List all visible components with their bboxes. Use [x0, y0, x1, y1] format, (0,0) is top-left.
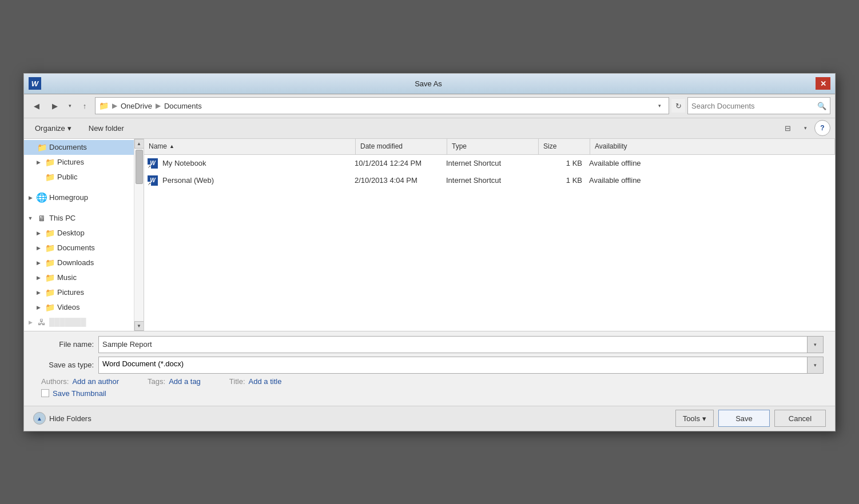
organize-label: Organize	[35, 124, 65, 133]
folder-icon-documents: 📁	[37, 143, 47, 151]
sidebar-item-desktop[interactable]: ▶ 📁 Desktop	[24, 226, 134, 241]
sidebar-item-documents[interactable]: 📁 Documents	[24, 140, 134, 155]
file-icon-mynotebook: W ↗	[146, 157, 159, 170]
expand-icon-desktop: ▶	[34, 229, 42, 237]
forward-button[interactable]: ▶	[47, 98, 63, 114]
sidebar-label-network: ███████	[49, 318, 86, 326]
shortcut-arrow-personalweb: ↗	[148, 182, 151, 186]
save-button[interactable]: Save	[718, 410, 770, 427]
file-list-header: Name ▲ Date modified Type Size Availabil…	[144, 139, 835, 155]
filename-input-wrapper: ▾	[98, 336, 824, 353]
search-button[interactable]: 🔍	[814, 98, 830, 114]
col-header-date[interactable]: Date modified	[356, 139, 447, 154]
scrollbar-thumb[interactable]	[136, 150, 143, 184]
folder-icon-documents2: 📁	[45, 244, 55, 252]
scrollbar-up-btn[interactable]: ▲	[134, 139, 144, 149]
title-link[interactable]: Add a title	[249, 377, 282, 386]
scrollbar-down-btn[interactable]: ▼	[134, 321, 144, 331]
col-avail-label: Availability	[595, 142, 627, 150]
shortcut-arrow-mynotebook: ↗	[148, 165, 151, 169]
address-bar: 📁 ▶ OneDrive ▶ Documents ▾	[95, 97, 669, 114]
organize-button[interactable]: Organize ▾	[29, 120, 78, 136]
address-onedrive: OneDrive	[121, 102, 152, 110]
footer-right: Tools ▾ Save Cancel	[675, 410, 826, 427]
title-label: Title:	[229, 377, 245, 386]
help-button[interactable]: ?	[814, 120, 830, 136]
save-thumbnail-label[interactable]: Save Thumbnail	[53, 389, 106, 398]
meta-row: Authors: Add an author Tags: Add a tag T…	[35, 377, 824, 386]
sidebar-item-pictures[interactable]: ▶ 📁 Pictures	[24, 155, 134, 170]
file-list: Name ▲ Date modified Type Size Availabil…	[144, 139, 835, 331]
col-size-label: Size	[543, 142, 556, 150]
nav-dropdown-button[interactable]: ▾	[65, 98, 74, 114]
tools-button[interactable]: Tools ▾	[675, 410, 714, 427]
col-header-avail[interactable]: Availability	[590, 139, 835, 154]
col-header-name[interactable]: Name ▲	[144, 139, 356, 154]
sidebar-item-music[interactable]: ▶ 📁 Music	[24, 270, 134, 285]
filename-dropdown[interactable]: ▾	[807, 337, 823, 353]
sidebar-item-network[interactable]: ▶ 🖧 ███████	[24, 315, 134, 330]
sidebar-item-homegroup[interactable]: ▶ 🌐 Homegroup	[24, 190, 134, 205]
save-thumbnail-checkbox[interactable]	[41, 389, 49, 397]
folder-icon-downloads: 📁	[45, 259, 55, 267]
title-bar-left: W	[29, 77, 41, 90]
expand-icon-homegroup: ▶	[26, 194, 34, 202]
thumbnail-row: Save Thumbnail	[35, 389, 824, 398]
sidebar-label-documents2: Documents	[57, 243, 95, 252]
thumbnail-checkbox-wrapper: Save Thumbnail	[41, 389, 106, 398]
view-button[interactable]: ⊟	[779, 120, 796, 136]
file-name-personalweb: Personal (Web)	[162, 176, 355, 185]
cancel-button[interactable]: Cancel	[774, 410, 826, 427]
file-row-mynotebook[interactable]: W ↗ My Notebook 10/1/2014 12:24 PM Inter…	[144, 155, 835, 172]
col-date-label: Date modified	[360, 142, 403, 150]
view-dropdown-button[interactable]: ▾	[801, 120, 810, 136]
sort-arrow-name: ▲	[169, 143, 174, 149]
sidebar-item-pictures2[interactable]: ▶ 📁 Pictures	[24, 285, 134, 300]
close-button[interactable]: ✕	[816, 77, 830, 90]
filename-input[interactable]	[99, 337, 807, 353]
folder-icon-videos: 📁	[45, 303, 55, 311]
expand-icon-thispc: ▼	[26, 214, 34, 222]
sidebar-label-thispc: This PC	[49, 214, 75, 222]
folder-icon-desktop: 📁	[45, 229, 55, 237]
col-header-type[interactable]: Type	[447, 139, 539, 154]
expand-icon-documents2: ▶	[34, 244, 42, 252]
sidebar-label-downloads: Downloads	[57, 258, 94, 267]
main-area: 📁 Documents ▶ 📁 Pictures 📁 Public	[24, 139, 835, 331]
file-date-mynotebook: 10/1/2014 12:24 PM	[355, 159, 446, 167]
refresh-button[interactable]: ↻	[671, 99, 685, 113]
pc-icon: 🖥	[36, 214, 47, 223]
expand-icon-pictures2: ▶	[34, 289, 42, 297]
folder-icon-pictures: 📁	[45, 158, 55, 166]
sidebar-item-thispc[interactable]: ▼ 🖥 This PC	[24, 211, 134, 226]
file-name-mynotebook: My Notebook	[162, 159, 355, 167]
col-header-size[interactable]: Size	[539, 139, 590, 154]
up-button[interactable]: ↑	[77, 98, 93, 114]
new-folder-button[interactable]: New folder	[82, 120, 130, 136]
sidebar-label-public: Public	[57, 173, 77, 181]
saveastype-dropdown[interactable]: ▾	[807, 357, 823, 373]
expand-icon-documents	[26, 143, 34, 151]
address-dropdown-btn[interactable]: ▾	[654, 103, 665, 109]
back-button[interactable]: ◀	[29, 98, 45, 114]
search-input[interactable]	[688, 102, 814, 110]
tags-link[interactable]: Add a tag	[169, 377, 201, 386]
sidebar-item-downloads[interactable]: ▶ 📁 Downloads	[24, 255, 134, 270]
bottom-area: File name: ▾ Save as type: Word Document…	[24, 331, 835, 406]
file-type-mynotebook: Internet Shortcut	[446, 159, 538, 167]
word-icon: W	[29, 77, 41, 90]
file-type-personalweb: Internet Shortcut	[446, 176, 538, 185]
file-row-personalweb[interactable]: W ↗ Personal (Web) 2/10/2013 4:04 PM Int…	[144, 172, 835, 189]
file-avail-personalweb: Available offline	[589, 176, 833, 185]
expand-icon-public	[34, 173, 42, 181]
authors-link[interactable]: Add an author	[72, 377, 119, 386]
sidebar-item-public[interactable]: 📁 Public	[24, 170, 134, 185]
expand-icon-videos: ▶	[34, 303, 42, 311]
sidebar-item-videos[interactable]: ▶ 📁 Videos	[24, 300, 134, 315]
sidebar-label-documents: Documents	[49, 143, 87, 151]
title-bar-center: Save As	[41, 78, 816, 89]
sidebar-item-documents2[interactable]: ▶ 📁 Documents	[24, 241, 134, 255]
sidebar-list: 📁 Documents ▶ 📁 Pictures 📁 Public	[24, 139, 134, 331]
saveastype-row: Save as type: Word Document (*.docx) ▾	[35, 357, 824, 374]
hide-folders-btn[interactable]: ▲ Hide Folders	[33, 412, 92, 425]
